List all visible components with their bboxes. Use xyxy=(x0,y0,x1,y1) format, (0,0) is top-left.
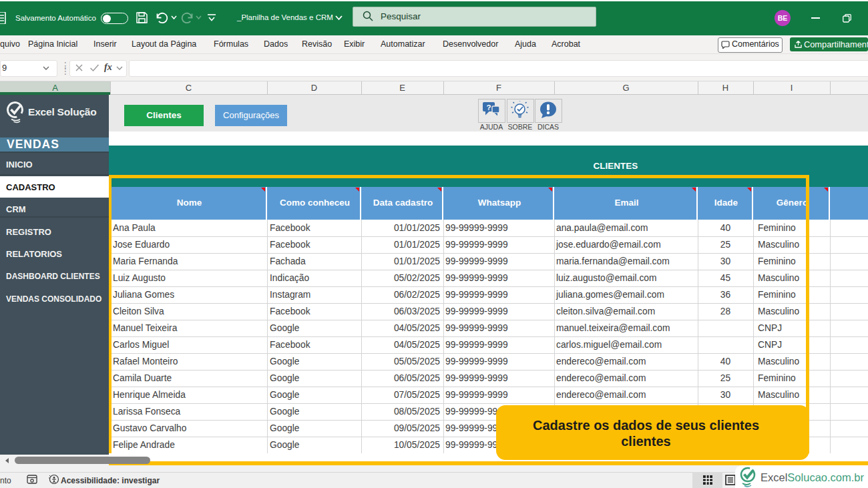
svg-text:?: ? xyxy=(486,103,491,111)
